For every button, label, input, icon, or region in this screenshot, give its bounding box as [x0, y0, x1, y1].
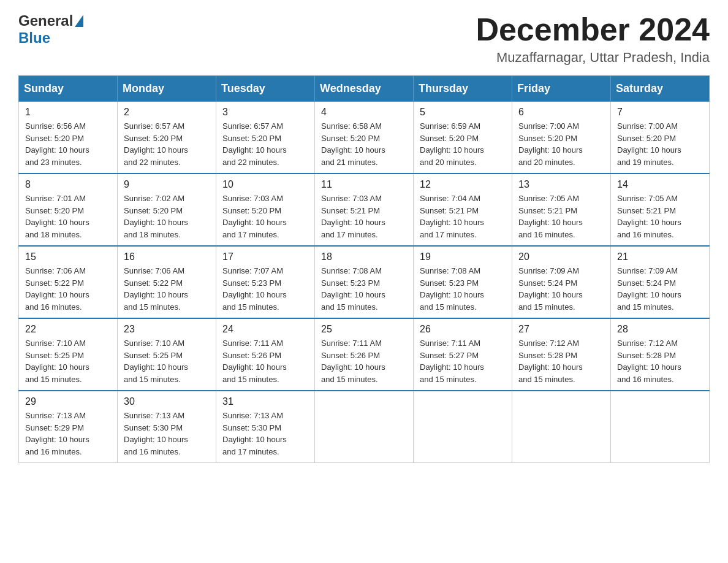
- day-number: 26: [420, 324, 506, 335]
- day-number: 5: [420, 107, 506, 118]
- day-number: 27: [518, 324, 604, 335]
- calendar-week-row: 8 Sunrise: 7:01 AM Sunset: 5:20 PM Dayli…: [19, 174, 710, 246]
- calendar-cell: 21 Sunrise: 7:09 AM Sunset: 5:24 PM Dayl…: [611, 246, 710, 318]
- day-number: 16: [124, 251, 210, 262]
- calendar-week-row: 29 Sunrise: 7:13 AM Sunset: 5:29 PM Dayl…: [19, 391, 710, 463]
- calendar-cell: 11 Sunrise: 7:03 AM Sunset: 5:21 PM Dayl…: [315, 174, 414, 246]
- day-number: 12: [420, 179, 506, 190]
- day-info: Sunrise: 7:10 AM Sunset: 5:25 PM Dayligh…: [25, 337, 111, 385]
- day-number: 10: [222, 179, 308, 190]
- day-info: Sunrise: 7:05 AM Sunset: 5:21 PM Dayligh…: [518, 193, 604, 240]
- calendar-cell: 15 Sunrise: 7:06 AM Sunset: 5:22 PM Dayl…: [19, 246, 118, 318]
- day-number: 28: [617, 324, 703, 335]
- header-tuesday: Tuesday: [216, 76, 315, 102]
- day-number: 18: [321, 251, 407, 262]
- calendar-week-row: 22 Sunrise: 7:10 AM Sunset: 5:25 PM Dayl…: [19, 318, 710, 391]
- calendar-week-row: 1 Sunrise: 6:56 AM Sunset: 5:20 PM Dayli…: [19, 102, 710, 174]
- day-number: 23: [124, 324, 210, 335]
- calendar-cell: [611, 391, 710, 463]
- day-info: Sunrise: 7:08 AM Sunset: 5:23 PM Dayligh…: [321, 265, 407, 313]
- calendar-header-row: SundayMondayTuesdayWednesdayThursdayFrid…: [19, 76, 710, 102]
- calendar-cell: 24 Sunrise: 7:11 AM Sunset: 5:26 PM Dayl…: [216, 318, 315, 391]
- day-info: Sunrise: 7:05 AM Sunset: 5:21 PM Dayligh…: [617, 193, 703, 240]
- day-info: Sunrise: 7:13 AM Sunset: 5:30 PM Dayligh…: [222, 410, 308, 458]
- calendar-cell: 7 Sunrise: 7:00 AM Sunset: 5:20 PM Dayli…: [611, 102, 710, 174]
- day-number: 11: [321, 179, 407, 190]
- calendar-cell: 16 Sunrise: 7:06 AM Sunset: 5:22 PM Dayl…: [118, 246, 216, 318]
- logo-blue-text: Blue: [18, 29, 50, 46]
- calendar-cell: [315, 391, 414, 463]
- day-info: Sunrise: 7:03 AM Sunset: 5:21 PM Dayligh…: [321, 193, 407, 240]
- day-number: 31: [222, 396, 308, 407]
- header-monday: Monday: [118, 76, 216, 102]
- day-info: Sunrise: 6:56 AM Sunset: 5:20 PM Dayligh…: [25, 120, 111, 168]
- calendar-cell: 26 Sunrise: 7:11 AM Sunset: 5:27 PM Dayl…: [414, 318, 512, 391]
- day-info: Sunrise: 7:11 AM Sunset: 5:26 PM Dayligh…: [321, 337, 407, 385]
- day-number: 21: [617, 251, 703, 262]
- calendar-cell: 17 Sunrise: 7:07 AM Sunset: 5:23 PM Dayl…: [216, 246, 315, 318]
- calendar-cell: 1 Sunrise: 6:56 AM Sunset: 5:20 PM Dayli…: [19, 102, 118, 174]
- day-number: 19: [420, 251, 506, 262]
- day-info: Sunrise: 6:57 AM Sunset: 5:20 PM Dayligh…: [124, 120, 210, 168]
- calendar-cell: 9 Sunrise: 7:02 AM Sunset: 5:20 PM Dayli…: [118, 174, 216, 246]
- day-info: Sunrise: 7:07 AM Sunset: 5:23 PM Dayligh…: [222, 265, 308, 313]
- day-info: Sunrise: 6:59 AM Sunset: 5:20 PM Dayligh…: [420, 120, 506, 168]
- header-sunday: Sunday: [19, 76, 118, 102]
- calendar-cell: 18 Sunrise: 7:08 AM Sunset: 5:23 PM Dayl…: [315, 246, 414, 318]
- day-info: Sunrise: 7:11 AM Sunset: 5:27 PM Dayligh…: [420, 337, 506, 385]
- day-info: Sunrise: 7:10 AM Sunset: 5:25 PM Dayligh…: [124, 337, 210, 385]
- day-info: Sunrise: 7:00 AM Sunset: 5:20 PM Dayligh…: [617, 120, 703, 168]
- calendar-cell: 30 Sunrise: 7:13 AM Sunset: 5:30 PM Dayl…: [118, 391, 216, 463]
- day-number: 9: [124, 179, 210, 190]
- day-number: 15: [25, 251, 111, 262]
- calendar-cell: 20 Sunrise: 7:09 AM Sunset: 5:24 PM Dayl…: [512, 246, 611, 318]
- day-number: 29: [25, 396, 111, 407]
- day-info: Sunrise: 7:02 AM Sunset: 5:20 PM Dayligh…: [124, 193, 210, 240]
- calendar-cell: 6 Sunrise: 7:00 AM Sunset: 5:20 PM Dayli…: [512, 102, 611, 174]
- logo-arrow-icon: [75, 15, 83, 27]
- header-wednesday: Wednesday: [315, 76, 414, 102]
- header-thursday: Thursday: [414, 76, 512, 102]
- calendar-cell: 29 Sunrise: 7:13 AM Sunset: 5:29 PM Dayl…: [19, 391, 118, 463]
- day-number: 2: [124, 107, 210, 118]
- day-number: 1: [25, 107, 111, 118]
- day-info: Sunrise: 7:06 AM Sunset: 5:22 PM Dayligh…: [25, 265, 111, 313]
- header-saturday: Saturday: [611, 76, 710, 102]
- calendar-cell: 13 Sunrise: 7:05 AM Sunset: 5:21 PM Dayl…: [512, 174, 611, 246]
- day-number: 14: [617, 179, 703, 190]
- logo-general-text: General: [18, 12, 73, 29]
- title-area: December 2024 Muzaffarnagar, Uttar Prade…: [476, 12, 710, 66]
- day-info: Sunrise: 7:01 AM Sunset: 5:20 PM Dayligh…: [25, 193, 111, 240]
- logo: General Blue: [18, 12, 83, 47]
- day-info: Sunrise: 7:12 AM Sunset: 5:28 PM Dayligh…: [617, 337, 703, 385]
- day-info: Sunrise: 7:09 AM Sunset: 5:24 PM Dayligh…: [617, 265, 703, 313]
- calendar-cell: 23 Sunrise: 7:10 AM Sunset: 5:25 PM Dayl…: [118, 318, 216, 391]
- calendar-cell: 28 Sunrise: 7:12 AM Sunset: 5:28 PM Dayl…: [611, 318, 710, 391]
- day-number: 3: [222, 107, 308, 118]
- day-number: 20: [518, 251, 604, 262]
- day-info: Sunrise: 6:57 AM Sunset: 5:20 PM Dayligh…: [222, 120, 308, 168]
- day-number: 7: [617, 107, 703, 118]
- day-number: 13: [518, 179, 604, 190]
- day-info: Sunrise: 7:06 AM Sunset: 5:22 PM Dayligh…: [124, 265, 210, 313]
- calendar-cell: 4 Sunrise: 6:58 AM Sunset: 5:20 PM Dayli…: [315, 102, 414, 174]
- day-number: 25: [321, 324, 407, 335]
- day-number: 6: [518, 107, 604, 118]
- day-info: Sunrise: 6:58 AM Sunset: 5:20 PM Dayligh…: [321, 120, 407, 168]
- day-info: Sunrise: 7:13 AM Sunset: 5:30 PM Dayligh…: [124, 410, 210, 458]
- day-number: 17: [222, 251, 308, 262]
- calendar-cell: 8 Sunrise: 7:01 AM Sunset: 5:20 PM Dayli…: [19, 174, 118, 246]
- calendar-table: SundayMondayTuesdayWednesdayThursdayFrid…: [18, 75, 710, 463]
- day-number: 8: [25, 179, 111, 190]
- day-info: Sunrise: 7:11 AM Sunset: 5:26 PM Dayligh…: [222, 337, 308, 385]
- calendar-cell: 31 Sunrise: 7:13 AM Sunset: 5:30 PM Dayl…: [216, 391, 315, 463]
- calendar-cell: [414, 391, 512, 463]
- calendar-cell: 2 Sunrise: 6:57 AM Sunset: 5:20 PM Dayli…: [118, 102, 216, 174]
- day-info: Sunrise: 7:08 AM Sunset: 5:23 PM Dayligh…: [420, 265, 506, 313]
- month-title: December 2024: [476, 12, 710, 47]
- calendar-cell: 19 Sunrise: 7:08 AM Sunset: 5:23 PM Dayl…: [414, 246, 512, 318]
- header-friday: Friday: [512, 76, 611, 102]
- day-info: Sunrise: 7:04 AM Sunset: 5:21 PM Dayligh…: [420, 193, 506, 240]
- calendar-week-row: 15 Sunrise: 7:06 AM Sunset: 5:22 PM Dayl…: [19, 246, 710, 318]
- calendar-cell: 3 Sunrise: 6:57 AM Sunset: 5:20 PM Dayli…: [216, 102, 315, 174]
